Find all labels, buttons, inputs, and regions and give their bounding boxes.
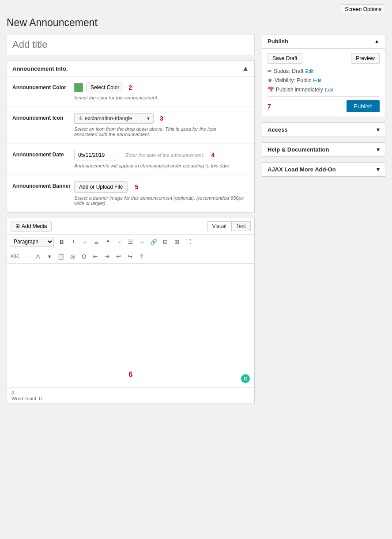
- indent-decrease-button[interactable]: ⇤: [90, 251, 101, 262]
- publish-time-edit-link[interactable]: Edit: [325, 87, 333, 92]
- publish-toggle-icon: ▲: [374, 38, 380, 45]
- date-row: Announcement Date Enter the date of the …: [7, 144, 254, 175]
- horizontal-rule-button[interactable]: —: [21, 251, 32, 262]
- publish-button[interactable]: Publish: [347, 100, 380, 112]
- help-panel-header[interactable]: Help & Documentation ▾: [262, 143, 385, 156]
- view-tabs: Visual Text: [207, 221, 251, 231]
- undo-button[interactable]: ↩: [113, 251, 124, 262]
- pencil-icon: ✏: [268, 68, 272, 74]
- strikethrough-button[interactable]: ABC: [10, 251, 20, 262]
- icon-dropdown[interactable]: ⚠ exclamation-triangle ▾: [74, 113, 154, 124]
- ordered-list-button[interactable]: ≣: [91, 236, 102, 247]
- text-color-dropdown[interactable]: ▾: [44, 251, 55, 262]
- visibility-row: 👁 Visibility: Public Edit: [268, 77, 380, 84]
- eye-icon: 👁: [268, 77, 273, 84]
- unlink-button[interactable]: ⊟: [160, 236, 170, 247]
- step-number-4: 4: [211, 152, 215, 159]
- clear-format-button[interactable]: ◎: [67, 251, 78, 262]
- icon-name-label: exclamation-triangle: [85, 115, 132, 121]
- visibility-edit-link[interactable]: Edit: [313, 78, 321, 83]
- table-button[interactable]: ⊞: [171, 236, 182, 247]
- editor-content-area[interactable]: 6 G: [7, 264, 254, 387]
- fullscreen-button[interactable]: ⛶: [183, 236, 193, 247]
- select-color-button[interactable]: Select Color: [87, 83, 123, 92]
- calendar-icon: 📅: [268, 87, 274, 93]
- color-row: Announcement Color Select Color 2 Select…: [7, 76, 254, 107]
- paragraph-select[interactable]: Paragraph Heading 1 Heading 2 Heading 3 …: [10, 237, 54, 247]
- icon-help-text: Select an icon from the drop down above.…: [74, 126, 249, 137]
- word-count-label: Word count:: [11, 396, 38, 401]
- date-content: Enter the date of the announcement. 4 An…: [74, 150, 249, 168]
- dropdown-arrow: ▾: [147, 115, 150, 121]
- help-panel-title: Help & Documentation: [268, 146, 329, 153]
- color-swatch: [74, 83, 83, 92]
- status-label: Status:: [274, 68, 290, 74]
- editor-footer: p Word count: 0: [7, 387, 254, 403]
- page-title: New Announcement: [7, 17, 385, 29]
- ajax-panel-title: AJAX Load More Add-On: [268, 166, 336, 173]
- unordered-list-button[interactable]: ≡: [79, 236, 90, 247]
- text-tab[interactable]: Text: [231, 221, 251, 231]
- announcement-info-header[interactable]: Announcement Info. ▲: [7, 61, 254, 76]
- align-right-button[interactable]: ≡: [137, 236, 147, 247]
- add-media-icon: ⊞: [15, 223, 20, 229]
- italic-button[interactable]: I: [68, 236, 79, 247]
- date-input[interactable]: [74, 150, 118, 160]
- editor-box: ⊞ Add Media Visual Text Paragraph Headin…: [7, 218, 255, 403]
- editor-format-bar-2: ABC — A ▾ 📋 ◎ Ω ⇤ ⇥ ↩ ↪ ?: [7, 249, 254, 264]
- publish-panel-title: Publish: [268, 38, 288, 45]
- screen-options-bar: Screen Options: [7, 4, 385, 14]
- publish-step-number: 7: [268, 103, 271, 110]
- help-button[interactable]: ?: [136, 251, 147, 262]
- redo-button[interactable]: ↪: [124, 251, 135, 262]
- icon-warning-symbol: ⚠: [78, 115, 83, 121]
- text-color-button[interactable]: A: [33, 251, 43, 262]
- announcement-info-body: Announcement Color Select Color 2 Select…: [7, 76, 254, 212]
- toggle-icon[interactable]: ▲: [242, 65, 249, 72]
- add-media-label: Add Media: [22, 223, 47, 229]
- access-panel: Access ▾: [262, 122, 385, 137]
- banner-row: Announcement Banner Add or Upload File 5…: [7, 175, 254, 212]
- status-row: ✏ Status: Draft Edit: [268, 68, 380, 74]
- bold-button[interactable]: B: [57, 236, 67, 247]
- preview-button[interactable]: Preview: [351, 53, 380, 64]
- status-edit-link[interactable]: Edit: [305, 68, 313, 74]
- banner-content: Add or Upload File 5 Select a banner ima…: [74, 181, 249, 206]
- access-panel-header[interactable]: Access ▾: [262, 123, 385, 137]
- publish-action-row: Save Draft Preview: [268, 53, 380, 64]
- visibility-value: Public: [297, 77, 311, 84]
- publish-time-label: Publish immediately: [276, 87, 323, 93]
- save-draft-button[interactable]: Save Draft: [268, 53, 302, 64]
- help-toggle-icon: ▾: [377, 146, 380, 153]
- publish-panel-body: Save Draft Preview ✏ Status: Draft Edit …: [262, 49, 385, 117]
- screen-options-button[interactable]: Screen Options: [341, 4, 385, 14]
- visibility-label: Visibility:: [275, 77, 295, 84]
- banner-help-text: Select a banner image for this announcem…: [74, 195, 249, 206]
- visual-tab[interactable]: Visual: [207, 221, 231, 231]
- title-input[interactable]: [7, 34, 255, 55]
- help-panel: Help & Documentation ▾: [262, 142, 385, 157]
- icon-content: ⚠ exclamation-triangle ▾ 3 Select an ico…: [74, 113, 249, 137]
- link-button[interactable]: 🔗: [148, 236, 159, 247]
- editor-format-bar-1: Paragraph Heading 1 Heading 2 Heading 3 …: [7, 235, 254, 249]
- add-media-button[interactable]: ⊞ Add Media: [11, 221, 52, 232]
- publish-panel: Publish ▲ Save Draft Preview ✏ Status: D…: [262, 34, 385, 117]
- special-char-button[interactable]: Ω: [79, 251, 89, 262]
- color-content: Select Color 2 Select the color for this…: [74, 83, 249, 100]
- word-count-value: 0: [39, 396, 41, 401]
- date-help-text: Announcements will appear in chronologic…: [74, 163, 249, 168]
- color-label: Announcement Color: [12, 83, 74, 91]
- indent-increase-button[interactable]: ⇥: [102, 251, 112, 262]
- blockquote-button[interactable]: ❝: [102, 236, 113, 247]
- align-center-button[interactable]: ☰: [125, 236, 136, 247]
- ajax-panel-header[interactable]: AJAX Load More Add-On ▾: [262, 163, 385, 176]
- step-number-3: 3: [160, 115, 163, 122]
- upload-file-button[interactable]: Add or Upload File: [74, 181, 128, 193]
- banner-label: Announcement Banner: [12, 181, 74, 189]
- word-count: Word count: 0: [11, 396, 250, 401]
- announcement-info-metabox: Announcement Info. ▲ Announcement Color …: [7, 61, 255, 213]
- paste-button[interactable]: 📋: [56, 251, 66, 262]
- align-left-button[interactable]: ≡: [114, 236, 124, 247]
- icon-row: Announcement Icon ⚠ exclamation-triangle…: [7, 107, 254, 144]
- publish-panel-header[interactable]: Publish ▲: [262, 34, 385, 49]
